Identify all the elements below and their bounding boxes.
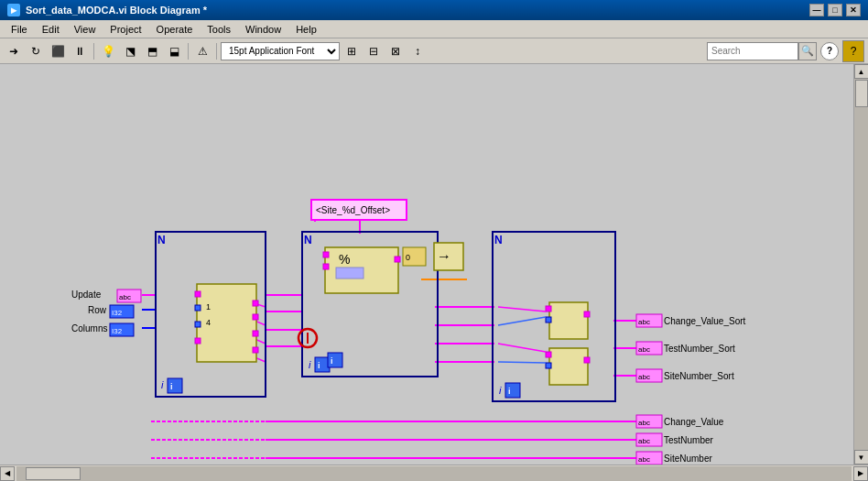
scroll-left-button[interactable]: ◀ [0,466,15,481]
run-arrow-button[interactable]: ➜ [4,41,24,61]
svg-text:Update: Update [71,290,102,300]
block-diagram-canvas[interactable]: <Site_%d_Offset> N i i 1 4 [0,64,853,465]
distribute-button[interactable]: ⊟ [363,41,384,61]
svg-text:→: → [437,248,451,264]
window-title: Sort_data_MODCA.vi Block Diagram * [26,5,809,16]
warn-button[interactable]: ⚠ [192,41,212,61]
separator-3 [216,43,217,60]
svg-text:4: 4 [206,318,211,327]
svg-line-80 [498,362,546,363]
scroll-right-button[interactable]: ▶ [853,466,868,481]
title-bar: ▶ Sort_data_MODCA.vi Block Diagram * — □… [0,0,868,20]
svg-text:i: i [318,361,320,370]
toolbar: ➜ ↻ ⬛ ⏸ 💡 ⬔ ⬒ ⬓ ⚠ 15pt Application Font … [0,38,868,64]
svg-text:abc: abc [638,373,650,381]
svg-rect-39 [195,322,201,327]
close-button[interactable]: ✕ [846,4,861,16]
svg-text:%: % [339,252,350,267]
svg-rect-55 [323,252,329,257]
menu-project[interactable]: Project [103,22,148,37]
step-over-button[interactable]: ⬔ [120,41,140,61]
svg-text:abc: abc [638,419,650,427]
scrollbar-right[interactable]: ▲ ▼ [853,64,868,465]
svg-line-79 [498,344,546,352]
window-controls[interactable]: — □ ✕ [809,4,861,16]
main-area: <Site_%d_Offset> N i i 1 4 [0,64,868,465]
step-out-button[interactable]: ⬓ [164,41,184,61]
svg-rect-44 [253,347,258,353]
step-into-button[interactable]: ⬒ [142,41,162,61]
minimize-button[interactable]: — [809,4,824,16]
menu-view[interactable]: View [67,22,103,37]
bottom-bar: ◀ ▶ [0,465,868,481]
scroll-thumb-horizontal[interactable] [26,467,81,480]
svg-text:TestNumber_Sort: TestNumber_Sort [664,344,735,354]
svg-text:Columns: Columns [71,323,107,333]
svg-text:I32: I32 [112,327,123,335]
svg-text:SiteNumber: SiteNumber [664,454,712,464]
separator-2 [188,43,189,60]
maximize-button[interactable]: □ [828,4,842,16]
svg-text:abc: abc [638,437,650,445]
run-continuously-button[interactable]: ↻ [26,41,46,61]
svg-text:Row: Row [88,305,107,315]
pause-button[interactable]: ⏸ [70,41,90,61]
svg-rect-73 [549,348,588,385]
svg-rect-70 [546,306,551,312]
svg-text:Change_Value_Sort: Change_Value_Sort [664,316,746,326]
svg-text:<Site_%d_Offset>: <Site_%d_Offset> [316,205,390,215]
resize-button[interactable]: ⊠ [385,41,406,61]
svg-text:i: i [508,387,511,396]
svg-text:i: i [499,385,502,396]
scroll-thumb-right[interactable] [855,80,868,107]
svg-text:i: i [309,359,311,370]
svg-rect-75 [546,363,551,368]
svg-text:abc: abc [638,455,650,464]
svg-text:abc: abc [638,318,650,326]
svg-text:Change_Value: Change_Value [664,417,724,427]
svg-text:i: i [170,382,173,391]
svg-rect-54 [336,268,363,279]
separator-1 [93,43,94,60]
svg-line-78 [498,317,546,325]
reorder-button[interactable]: ↕ [407,41,428,61]
menu-file[interactable]: File [4,22,35,37]
svg-text:SiteNumber_Sort: SiteNumber_Sort [664,371,734,381]
context-help-button[interactable]: ? [842,40,864,62]
svg-rect-74 [546,352,551,357]
svg-rect-42 [253,314,258,320]
svg-text:N: N [494,234,503,246]
abort-button[interactable]: ⬛ [48,41,68,61]
search-button[interactable]: 🔍 [798,42,817,60]
menu-edit[interactable]: Edit [35,22,67,37]
svg-text:TestNumber: TestNumber [664,435,714,445]
svg-rect-71 [546,317,551,322]
search-input[interactable] [707,42,798,60]
svg-rect-43 [253,331,258,336]
font-select[interactable]: 15pt Application Font [221,42,340,60]
svg-rect-41 [253,301,258,306]
search-box: 🔍 ? ? [707,40,864,62]
menu-operate[interactable]: Operate [149,22,201,37]
scroll-down-button[interactable]: ▼ [854,450,869,465]
menu-tools[interactable]: Tools [200,22,238,37]
highlight-button[interactable]: 💡 [98,41,118,61]
menu-help[interactable]: Help [288,22,324,37]
help-button[interactable]: ? [820,42,839,60]
menu-window[interactable]: Window [238,22,288,37]
svg-text:1: 1 [206,302,211,312]
svg-rect-38 [195,305,201,311]
svg-rect-56 [323,264,329,269]
svg-text:N: N [304,234,312,246]
svg-rect-76 [584,357,590,363]
svg-text:i: i [331,356,333,366]
app-icon: ▶ [7,4,20,16]
svg-text:i: i [161,379,164,390]
align-button[interactable]: ⊞ [342,41,362,61]
scrollbar-bottom[interactable] [16,466,852,481]
scroll-track-right[interactable] [854,79,868,450]
diagram-svg: <Site_%d_Offset> N i i 1 4 [0,64,853,465]
scroll-up-button[interactable]: ▲ [854,64,869,79]
svg-text:I32: I32 [112,309,123,317]
svg-text:abc: abc [638,345,650,354]
